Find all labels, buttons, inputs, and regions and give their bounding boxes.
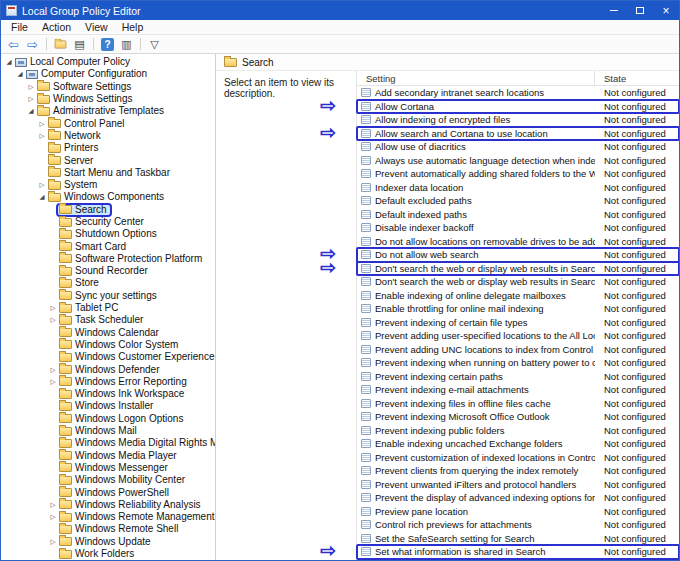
menu-action[interactable]: Action	[35, 21, 78, 33]
tree-item-windows-messenger[interactable]: Windows Messenger	[1, 462, 215, 474]
menu-view[interactable]: View	[78, 21, 115, 33]
expander-icon[interactable]: ▷	[37, 120, 47, 128]
policy-row-enable-indexing-uncached-exchange-folder[interactable]: Enable indexing uncached Exchange folder…	[357, 437, 679, 451]
tree-item-windows-powershell[interactable]: Windows PowerShell	[1, 486, 215, 498]
tree-item-windows-mail[interactable]: Windows Mail	[1, 425, 215, 437]
policy-row-prevent-automatically-adding-shared-fold[interactable]: Prevent automatically adding shared fold…	[357, 167, 679, 181]
expander-icon[interactable]: ▷	[48, 304, 58, 312]
tree-item-windows-remote-shell[interactable]: Windows Remote Shell	[1, 523, 215, 535]
tree-item-store[interactable]: Store	[1, 277, 215, 289]
tree-item-windows-media-player[interactable]: Windows Media Player	[1, 450, 215, 462]
policy-row-prevent-customization-of-indexed-locatio[interactable]: Prevent customization of indexed locatio…	[357, 451, 679, 465]
tree-item-tablet-pc[interactable]: ▷ Tablet PC	[1, 302, 215, 314]
minimize-button[interactable]	[601, 1, 627, 20]
expander-icon[interactable]: ▷	[26, 83, 36, 91]
tree-item-windows-settings[interactable]: ▷ Windows Settings	[1, 93, 215, 105]
policy-row-prevent-adding-unc-locations-to-index-fr[interactable]: Prevent adding UNC locations to index fr…	[357, 343, 679, 357]
tree-item-windows-customer-experience-impr[interactable]: Windows Customer Experience Impr	[1, 351, 215, 363]
policy-row-allow-indexing-of-encrypted-files[interactable]: Allow indexing of encrypted files Not co…	[357, 113, 679, 127]
tree-item-system[interactable]: ▷ System	[1, 179, 215, 191]
policy-row-prevent-indexing-certain-paths[interactable]: Prevent indexing certain paths Not confi…	[357, 370, 679, 384]
policy-row-prevent-indexing-when-running-on-battery[interactable]: Prevent indexing when running on battery…	[357, 356, 679, 370]
tree-item-software-settings[interactable]: ▷ Software Settings	[1, 81, 215, 93]
policy-row-prevent-indexing-microsoft-office-outloo[interactable]: Prevent indexing Microsoft Office Outloo…	[357, 410, 679, 424]
tree-item-start-menu-and-taskbar[interactable]: Start Menu and Taskbar	[1, 167, 215, 179]
policy-row-enable-indexing-of-online-delegate-mailb[interactable]: Enable indexing of online delegate mailb…	[357, 289, 679, 303]
column-header-setting[interactable]: Setting	[357, 71, 595, 85]
policy-row-prevent-adding-user-specified-locations-[interactable]: Prevent adding user-specified locations …	[357, 329, 679, 343]
tree-item-printers[interactable]: Printers	[1, 142, 215, 154]
expander-icon[interactable]: ▷	[48, 378, 58, 386]
tree-item-security-center[interactable]: Security Center	[1, 216, 215, 228]
tree-item-windows-reliability-analysis[interactable]: ▷ Windows Reliability Analysis	[1, 499, 215, 511]
expander-icon[interactable]: ◢	[15, 70, 25, 78]
tree-item-windows-components[interactable]: ◢ Windows Components	[1, 191, 215, 203]
menu-file[interactable]: File	[4, 21, 35, 33]
expander-icon[interactable]: ▷	[48, 316, 58, 324]
expander-icon[interactable]: ▷	[48, 513, 58, 521]
tree-item-windows-update[interactable]: ▷ Windows Update	[1, 536, 215, 548]
policy-row-default-indexed-paths[interactable]: Default indexed paths Not configured	[357, 208, 679, 222]
tree-item-server[interactable]: Server	[1, 154, 215, 166]
tree-item-windows-defender[interactable]: ▷ Windows Defender	[1, 363, 215, 375]
up-level-icon[interactable]	[52, 36, 69, 52]
tree-item-windows-remote-management-wir[interactable]: ▷ Windows Remote Management (Wir	[1, 511, 215, 523]
policy-row-prevent-indexing-files-in-offline-files-[interactable]: Prevent indexing files in offline files …	[357, 397, 679, 411]
policy-row-prevent-unwanted-ifilters-and-protocol-h[interactable]: Prevent unwanted iFilters and protocol h…	[357, 478, 679, 492]
expander-icon[interactable]: ▷	[48, 538, 58, 546]
show-tree-icon[interactable]: ▤	[71, 36, 88, 52]
tree-item-control-panel[interactable]: ▷ Control Panel	[1, 117, 215, 129]
policy-row-don-t-search-the-web-or-display-web-resu[interactable]: Don't search the web or display web resu…	[357, 275, 679, 289]
tree-item-search[interactable]: Search	[1, 204, 215, 216]
policy-row-do-not-allow-locations-on-removable-driv[interactable]: Do not allow locations on removable driv…	[357, 235, 679, 249]
policy-row-disable-indexer-backoff[interactable]: Disable indexer backoff Not configured	[357, 221, 679, 235]
column-header-state[interactable]: State	[595, 71, 679, 85]
policy-row-indexer-data-location[interactable]: Indexer data location Not configured	[357, 181, 679, 195]
titlebar[interactable]: Local Group Policy Editor	[1, 1, 679, 20]
maximize-button[interactable]	[627, 1, 653, 20]
tree-item-shutdown-options[interactable]: Shutdown Options	[1, 228, 215, 240]
expander-icon[interactable]: ▷	[26, 95, 36, 103]
policy-row-do-not-allow-web-search[interactable]: Do not allow web search Not configured ⇨	[357, 248, 679, 262]
policy-row-prevent-clients-from-querying-the-index-[interactable]: Prevent clients from querying the index …	[357, 464, 679, 478]
tree-item-software-protection-platform[interactable]: Software Protection Platform	[1, 253, 215, 265]
policy-row-set-the-safesearch-setting-for-search[interactable]: Set the SafeSearch setting for Search No…	[357, 532, 679, 546]
expander-icon[interactable]: ▷	[48, 501, 58, 509]
tree-item-windows-calendar[interactable]: Windows Calendar	[1, 327, 215, 339]
tree-item-windows-logon-options[interactable]: Windows Logon Options	[1, 413, 215, 425]
tree-item-work-folders[interactable]: Work Folders	[1, 548, 215, 560]
policy-row-prevent-indexing-e-mail-attachments[interactable]: Prevent indexing e-mail attachments Not …	[357, 383, 679, 397]
policy-row-enable-throttling-for-online-mail-indexi[interactable]: Enable throttling for online mail indexi…	[357, 302, 679, 316]
tree-item-sound-recorder[interactable]: Sound Recorder	[1, 265, 215, 277]
close-button[interactable]	[653, 1, 679, 20]
tree-item-administrative-templates[interactable]: ◢ Administrative Templates	[1, 105, 215, 117]
tree-item-local-computer-policy[interactable]: ◢ Local Computer Policy	[1, 56, 215, 68]
tree-item-computer-configuration[interactable]: ◢ Computer Configuration	[1, 68, 215, 80]
tree-item-windows-color-system[interactable]: Windows Color System	[1, 339, 215, 351]
policy-row-prevent-indexing-public-folders[interactable]: Prevent indexing public folders Not conf…	[357, 424, 679, 438]
expander-icon[interactable]: ◢	[4, 58, 14, 66]
tree-item-network[interactable]: ▷ Network	[1, 130, 215, 142]
policy-row-preview-pane-location[interactable]: Preview pane location Not configured	[357, 505, 679, 519]
help-icon[interactable]: ?	[101, 38, 114, 51]
policy-row-control-rich-previews-for-attachments[interactable]: Control rich previews for attachments No…	[357, 518, 679, 532]
tree-item-sync-your-settings[interactable]: Sync your settings	[1, 290, 215, 302]
expander-icon[interactable]: ▷	[48, 366, 58, 374]
policy-row-don-t-search-the-web-or-display-web-resu[interactable]: Don't search the web or display web resu…	[357, 262, 679, 276]
tree-item-windows-mobility-center[interactable]: Windows Mobility Center	[1, 474, 215, 486]
expander-icon[interactable]: ◢	[37, 193, 47, 201]
forward-icon[interactable]: ⇨	[24, 36, 41, 52]
tree-item-windows-media-digital-rights-mana[interactable]: Windows Media Digital Rights Mana	[1, 437, 215, 449]
policy-row-allow-use-of-diacritics[interactable]: Allow use of diacritics Not configured	[357, 140, 679, 154]
tree-item-smart-card[interactable]: Smart Card	[1, 240, 215, 252]
tree-item-windows-installer[interactable]: Windows Installer	[1, 400, 215, 412]
policy-row-allow-search-and-cortana-to-use-location[interactable]: Allow search and Cortana to use location…	[357, 127, 679, 141]
expander-icon[interactable]: ▷	[37, 181, 47, 189]
policy-row-allow-cortana[interactable]: Allow Cortana Not configured ⇨	[357, 100, 679, 114]
policy-row-prevent-indexing-of-certain-file-types[interactable]: Prevent indexing of certain file types N…	[357, 316, 679, 330]
policy-row-set-what-information-is-shared-in-search[interactable]: Set what information is shared in Search…	[357, 545, 679, 559]
filter-icon[interactable]: ▽	[146, 36, 163, 52]
expander-icon[interactable]: ▷	[37, 132, 47, 140]
policy-row-default-excluded-paths[interactable]: Default excluded paths Not configured	[357, 194, 679, 208]
policy-row-always-use-automatic-language-detection-[interactable]: Always use automatic language detection …	[357, 154, 679, 168]
